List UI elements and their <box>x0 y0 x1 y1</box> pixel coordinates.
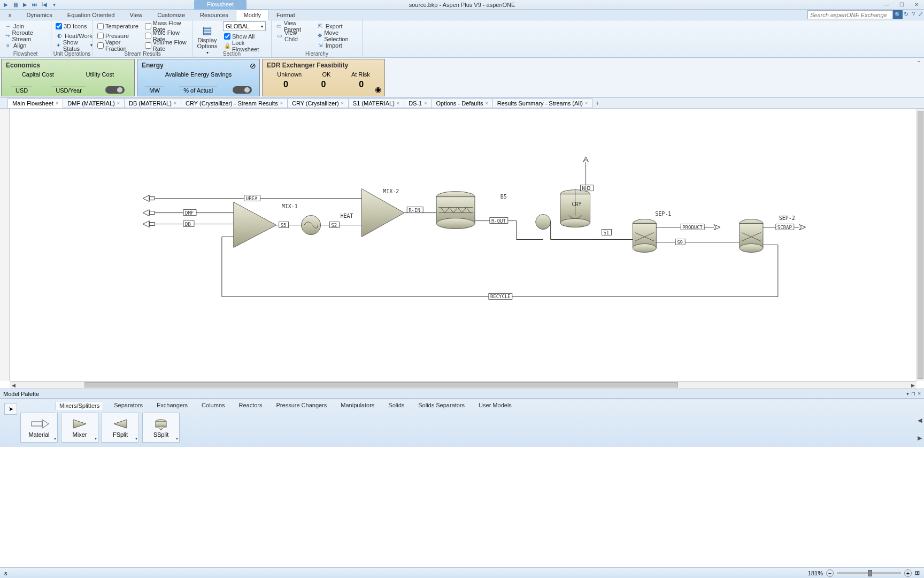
collapse-kpi-button[interactable]: ⌃ <box>917 60 921 66</box>
movesel-button[interactable]: ✥Move Selection <box>315 31 359 40</box>
block-sep1[interactable] <box>633 219 656 253</box>
doc-tab[interactable]: S1 (MATERIAL)× <box>348 98 404 108</box>
reroute-button[interactable]: ↪Reroute Stream <box>3 31 48 40</box>
doc-tab-active[interactable]: Main Flowsheet× <box>7 98 63 108</box>
energy-toggle[interactable]: off <box>233 86 252 94</box>
add-tab-button[interactable]: + <box>592 99 600 107</box>
palette-category[interactable]: Reactors <box>236 401 266 410</box>
palette-item-fsplit[interactable]: FSplit▾ <box>102 413 139 443</box>
qat-rewind-icon[interactable]: I◀ <box>41 1 48 9</box>
close-icon[interactable]: × <box>174 101 176 106</box>
feed-arrow[interactable] <box>143 221 155 227</box>
qat-skip-icon[interactable]: ⏭ <box>31 1 38 9</box>
block-reactor[interactable] <box>436 192 475 229</box>
scope-combo[interactable]: GLOBAL▾ <box>223 21 266 31</box>
stream-label[interactable]: RECYCLE <box>489 293 512 299</box>
palette-category[interactable]: Solids Separators <box>415 401 468 410</box>
temperature-check[interactable]: Temperature <box>96 21 140 31</box>
qat-dropdown-icon[interactable]: ▾ <box>50 1 58 9</box>
palette-category-active[interactable]: Mixers/Splitters <box>56 401 103 410</box>
stream-label[interactable]: S5 <box>279 222 289 228</box>
lock-button[interactable]: 🔒Lock Flowsheet <box>223 41 268 50</box>
flowsheet-canvas[interactable]: UREA DMF DB MIX-1 S5 HEAT S2 MIX-2 R-IN <box>10 109 917 381</box>
ribbon-tab[interactable]: View <box>122 10 150 20</box>
refresh-icon[interactable]: ↻ <box>904 11 908 18</box>
palette-item-ssplit[interactable]: SSplit▾ <box>142 413 180 443</box>
ribbon-tab[interactable]: Customize <box>150 10 192 20</box>
doc-tab[interactable]: DS-1× <box>404 98 432 108</box>
close-icon[interactable]: × <box>397 101 399 106</box>
close-icon[interactable]: × <box>280 101 283 106</box>
palette-header[interactable]: Model Palette ▾ ⊓ × <box>0 389 924 399</box>
horizontal-scrollbar[interactable]: ◀ ▶ <box>10 381 917 389</box>
doc-tab[interactable]: Options - Defaults× <box>431 98 492 108</box>
close-icon[interactable]: × <box>918 391 921 397</box>
edr-panel[interactable]: EDR Exchanger Feasibility Unknown OK At … <box>262 59 385 96</box>
palette-item-material[interactable]: Material▾ <box>20 413 58 443</box>
stream-label[interactable]: R-IN <box>407 207 423 213</box>
stream-label[interactable]: S1 <box>602 230 611 235</box>
palette-category[interactable]: Manipulators <box>337 401 378 410</box>
showstatus-button[interactable]: ✦Show Status▾ <box>55 41 94 50</box>
qat-run-icon[interactable]: ▶ <box>21 1 29 9</box>
pin-icon[interactable]: ▾ <box>906 391 909 397</box>
palette-category[interactable]: Solids <box>385 401 407 410</box>
block-sep2[interactable] <box>740 219 763 253</box>
autohide-icon[interactable]: ⊓ <box>911 391 915 397</box>
close-icon[interactable]: × <box>117 101 120 106</box>
volflow-check[interactable]: Volume Flow Rate <box>144 41 189 50</box>
close-icon[interactable]: × <box>56 101 58 106</box>
maximize-button[interactable]: ☐ <box>894 0 909 10</box>
block-crystallizer[interactable] <box>560 189 590 227</box>
ribbon-tab[interactable]: Equation Oriented <box>60 10 122 20</box>
palette-category[interactable]: User Models <box>475 401 515 410</box>
palette-category[interactable]: Pressure Changers <box>273 401 330 410</box>
zoom-in-button[interactable]: + <box>904 569 912 577</box>
stream-label[interactable]: DMF <box>183 210 196 216</box>
stream-label[interactable]: SCRAP <box>776 224 794 230</box>
stream-label[interactable]: S2 <box>329 222 339 228</box>
close-button[interactable]: ✕ <box>909 0 924 10</box>
search-button[interactable]: 🔍 <box>893 10 903 19</box>
align-button[interactable]: ≡Align <box>3 41 48 50</box>
ribbon-tab[interactable]: s <box>1 10 19 20</box>
product-arrow[interactable] <box>714 225 720 230</box>
feed-arrow[interactable] <box>143 195 155 202</box>
stream-label[interactable]: R-OUT <box>490 218 508 224</box>
ribbon-tab[interactable]: Resources <box>192 10 236 20</box>
minimize-button[interactable]: — <box>879 0 894 10</box>
ribbon-tab[interactable]: Dynamics <box>19 10 60 20</box>
import-button[interactable]: ⇲Import <box>315 41 359 50</box>
block-heater2[interactable] <box>536 215 551 230</box>
close-icon[interactable]: × <box>486 101 488 106</box>
zoom-slider[interactable] <box>837 572 901 574</box>
economics-panel[interactable]: Economics Capital CostUtility Cost USD U… <box>1 59 135 96</box>
palette-pointer[interactable]: ➤ <box>4 403 17 415</box>
vaporfrac-check[interactable]: Vapor Fraction <box>96 41 140 50</box>
fit-icon[interactable]: ⊞ <box>915 569 920 576</box>
qat-play-icon[interactable]: ▶ <box>2 1 10 9</box>
expand-icon[interactable]: ⤢ <box>918 11 923 18</box>
palette-scroll-down[interactable]: ▶ <box>918 435 922 442</box>
stream-label[interactable]: PRODUCT <box>681 224 704 230</box>
search-input[interactable] <box>807 10 893 19</box>
product-arrow[interactable] <box>583 157 589 162</box>
viewchild-button[interactable]: ▭View Child <box>275 31 311 40</box>
ribbon-tab-active[interactable]: Modify <box>236 10 269 20</box>
palette-item-mixer[interactable]: Mixer▾ <box>61 413 98 443</box>
close-icon[interactable]: × <box>585 101 588 106</box>
stream-label[interactable]: S9 <box>675 239 685 245</box>
help-icon[interactable]: ? <box>912 11 915 18</box>
doc-tab[interactable]: DB (MATERIAL)× <box>124 98 181 108</box>
qat-grid-icon[interactable]: ▦ <box>12 1 19 9</box>
palette-category[interactable]: Separators <box>111 401 146 410</box>
zoom-out-button[interactable]: − <box>826 569 834 577</box>
stream-label[interactable]: DB <box>183 221 194 227</box>
palette-category[interactable]: Exchangers <box>153 401 191 410</box>
doc-tab[interactable]: CRY (Crystallizer) - Stream Results× <box>181 98 288 108</box>
block-mix2[interactable] <box>361 189 404 237</box>
feed-arrow[interactable] <box>143 210 155 216</box>
ribbon-tab[interactable]: Format <box>269 10 303 20</box>
scroll-left-icon[interactable]: ◀ <box>10 382 17 389</box>
close-icon[interactable]: × <box>341 101 344 106</box>
